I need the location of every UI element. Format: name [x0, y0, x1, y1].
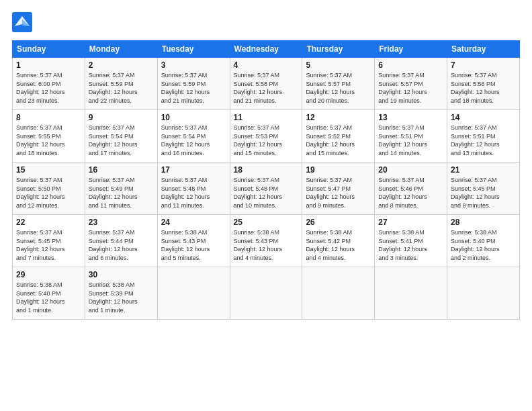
- day-cell: 7Sunrise: 5:37 AM Sunset: 5:56 PM Daylig…: [447, 58, 520, 110]
- day-info: Sunrise: 5:37 AM Sunset: 5:52 PM Dayligh…: [306, 124, 371, 157]
- day-number: 19: [306, 165, 371, 175]
- day-number: 20: [378, 165, 443, 175]
- day-info: Sunrise: 5:37 AM Sunset: 5:48 PM Dayligh…: [234, 176, 299, 210]
- day-cell: 8Sunrise: 5:37 AM Sunset: 5:55 PM Daylig…: [13, 110, 85, 163]
- day-cell: [157, 267, 230, 320]
- day-cell: 29Sunrise: 5:38 AM Sunset: 5:40 PM Dayli…: [13, 267, 85, 320]
- day-info: Sunrise: 5:37 AM Sunset: 5:53 PM Dayligh…: [234, 124, 299, 157]
- day-number: 28: [451, 218, 516, 227]
- day-number: 13: [378, 113, 443, 122]
- day-info: Sunrise: 5:37 AM Sunset: 5:51 PM Dayligh…: [451, 124, 516, 157]
- day-number: 7: [451, 60, 516, 70]
- col-header-friday: Friday: [375, 41, 447, 58]
- day-number: 23: [89, 218, 154, 227]
- day-info: Sunrise: 5:38 AM Sunset: 5:43 PM Dayligh…: [161, 228, 226, 262]
- day-cell: 15Sunrise: 5:37 AM Sunset: 5:50 PM Dayli…: [13, 163, 85, 215]
- day-number: 12: [306, 113, 371, 122]
- day-number: 8: [16, 113, 81, 122]
- day-cell: 17Sunrise: 5:37 AM Sunset: 5:48 PM Dayli…: [157, 163, 230, 215]
- day-number: 16: [89, 165, 154, 175]
- day-cell: 2Sunrise: 5:37 AM Sunset: 5:59 PM Daylig…: [85, 58, 157, 110]
- col-header-tuesday: Tuesday: [157, 41, 230, 58]
- day-info: Sunrise: 5:38 AM Sunset: 5:42 PM Dayligh…: [306, 228, 371, 262]
- day-cell: 28Sunrise: 5:38 AM Sunset: 5:40 PM Dayli…: [447, 215, 520, 267]
- day-number: 30: [89, 270, 154, 279]
- day-number: 6: [378, 60, 443, 70]
- day-cell: 10Sunrise: 5:37 AM Sunset: 5:54 PM Dayli…: [157, 110, 230, 163]
- day-info: Sunrise: 5:37 AM Sunset: 5:59 PM Dayligh…: [161, 71, 226, 105]
- day-cell: 26Sunrise: 5:38 AM Sunset: 5:42 PM Dayli…: [302, 215, 375, 267]
- day-number: 26: [306, 218, 371, 227]
- day-cell: 11Sunrise: 5:37 AM Sunset: 5:53 PM Dayli…: [230, 110, 302, 163]
- day-number: 24: [161, 218, 226, 227]
- day-number: 18: [234, 165, 299, 175]
- day-info: Sunrise: 5:37 AM Sunset: 5:45 PM Dayligh…: [451, 176, 516, 210]
- day-cell: 25Sunrise: 5:38 AM Sunset: 5:43 PM Dayli…: [230, 215, 302, 267]
- day-cell: [302, 267, 375, 320]
- col-header-wednesday: Wednesday: [230, 41, 302, 58]
- day-number: 29: [16, 270, 81, 279]
- day-number: 9: [89, 113, 154, 122]
- day-info: Sunrise: 5:37 AM Sunset: 5:59 PM Dayligh…: [89, 71, 154, 105]
- day-info: Sunrise: 5:37 AM Sunset: 5:48 PM Dayligh…: [161, 176, 226, 210]
- day-info: Sunrise: 5:38 AM Sunset: 5:40 PM Dayligh…: [16, 281, 81, 314]
- week-row: 15Sunrise: 5:37 AM Sunset: 5:50 PM Dayli…: [13, 163, 520, 215]
- day-number: 14: [451, 113, 516, 122]
- day-number: 27: [378, 218, 443, 227]
- day-cell: 20Sunrise: 5:37 AM Sunset: 5:46 PM Dayli…: [375, 163, 447, 215]
- day-number: 1: [16, 60, 81, 70]
- day-cell: 6Sunrise: 5:37 AM Sunset: 5:57 PM Daylig…: [375, 58, 447, 110]
- day-info: Sunrise: 5:37 AM Sunset: 5:58 PM Dayligh…: [234, 71, 299, 105]
- day-cell: 14Sunrise: 5:37 AM Sunset: 5:51 PM Dayli…: [447, 110, 520, 163]
- day-number: 2: [89, 60, 154, 70]
- col-header-saturday: Saturday: [447, 41, 520, 58]
- day-info: Sunrise: 5:38 AM Sunset: 5:41 PM Dayligh…: [378, 228, 443, 262]
- day-cell: 27Sunrise: 5:38 AM Sunset: 5:41 PM Dayli…: [375, 215, 447, 267]
- day-cell: [447, 267, 520, 320]
- logo: [12, 12, 35, 32]
- day-info: Sunrise: 5:37 AM Sunset: 5:49 PM Dayligh…: [89, 176, 154, 210]
- day-cell: 12Sunrise: 5:37 AM Sunset: 5:52 PM Dayli…: [302, 110, 375, 163]
- day-number: 17: [161, 165, 226, 175]
- day-cell: 9Sunrise: 5:37 AM Sunset: 5:54 PM Daylig…: [85, 110, 157, 163]
- week-row: 1Sunrise: 5:37 AM Sunset: 6:00 PM Daylig…: [13, 58, 520, 110]
- day-cell: 24Sunrise: 5:38 AM Sunset: 5:43 PM Dayli…: [157, 215, 230, 267]
- day-cell: [375, 267, 447, 320]
- day-cell: 4Sunrise: 5:37 AM Sunset: 5:58 PM Daylig…: [230, 58, 302, 110]
- day-number: 5: [306, 60, 371, 70]
- page: SundayMondayTuesdayWednesdayThursdayFrid…: [0, 0, 532, 326]
- week-row: 29Sunrise: 5:38 AM Sunset: 5:40 PM Dayli…: [13, 267, 520, 320]
- day-cell: 16Sunrise: 5:37 AM Sunset: 5:49 PM Dayli…: [85, 163, 157, 215]
- day-number: 3: [161, 60, 226, 70]
- day-info: Sunrise: 5:38 AM Sunset: 5:40 PM Dayligh…: [451, 228, 516, 262]
- header-row: SundayMondayTuesdayWednesdayThursdayFrid…: [13, 41, 520, 58]
- day-info: Sunrise: 5:37 AM Sunset: 5:54 PM Dayligh…: [89, 124, 154, 157]
- header: [12, 12, 520, 32]
- day-info: Sunrise: 5:37 AM Sunset: 5:56 PM Dayligh…: [451, 71, 516, 105]
- day-info: Sunrise: 5:37 AM Sunset: 5:55 PM Dayligh…: [16, 124, 81, 157]
- col-header-sunday: Sunday: [13, 41, 85, 58]
- day-number: 25: [234, 218, 299, 227]
- day-cell: 21Sunrise: 5:37 AM Sunset: 5:45 PM Dayli…: [447, 163, 520, 215]
- day-info: Sunrise: 5:37 AM Sunset: 5:51 PM Dayligh…: [378, 124, 443, 157]
- day-info: Sunrise: 5:37 AM Sunset: 6:00 PM Dayligh…: [16, 71, 81, 105]
- day-info: Sunrise: 5:37 AM Sunset: 5:54 PM Dayligh…: [161, 124, 226, 157]
- day-info: Sunrise: 5:38 AM Sunset: 5:39 PM Dayligh…: [89, 281, 154, 314]
- day-info: Sunrise: 5:37 AM Sunset: 5:46 PM Dayligh…: [378, 176, 443, 210]
- day-info: Sunrise: 5:37 AM Sunset: 5:57 PM Dayligh…: [306, 71, 371, 105]
- calendar-table: SundayMondayTuesdayWednesdayThursdayFrid…: [12, 40, 520, 320]
- day-cell: 1Sunrise: 5:37 AM Sunset: 6:00 PM Daylig…: [13, 58, 85, 110]
- col-header-thursday: Thursday: [302, 41, 375, 58]
- logo-icon: [12, 12, 32, 32]
- day-number: 11: [234, 113, 299, 122]
- week-row: 22Sunrise: 5:37 AM Sunset: 5:45 PM Dayli…: [13, 215, 520, 267]
- day-cell: 5Sunrise: 5:37 AM Sunset: 5:57 PM Daylig…: [302, 58, 375, 110]
- day-cell: 3Sunrise: 5:37 AM Sunset: 5:59 PM Daylig…: [157, 58, 230, 110]
- day-number: 21: [451, 165, 516, 175]
- day-cell: 13Sunrise: 5:37 AM Sunset: 5:51 PM Dayli…: [375, 110, 447, 163]
- day-number: 4: [234, 60, 299, 70]
- day-cell: 19Sunrise: 5:37 AM Sunset: 5:47 PM Dayli…: [302, 163, 375, 215]
- day-number: 10: [161, 113, 226, 122]
- day-info: Sunrise: 5:37 AM Sunset: 5:57 PM Dayligh…: [378, 71, 443, 105]
- week-row: 8Sunrise: 5:37 AM Sunset: 5:55 PM Daylig…: [13, 110, 520, 163]
